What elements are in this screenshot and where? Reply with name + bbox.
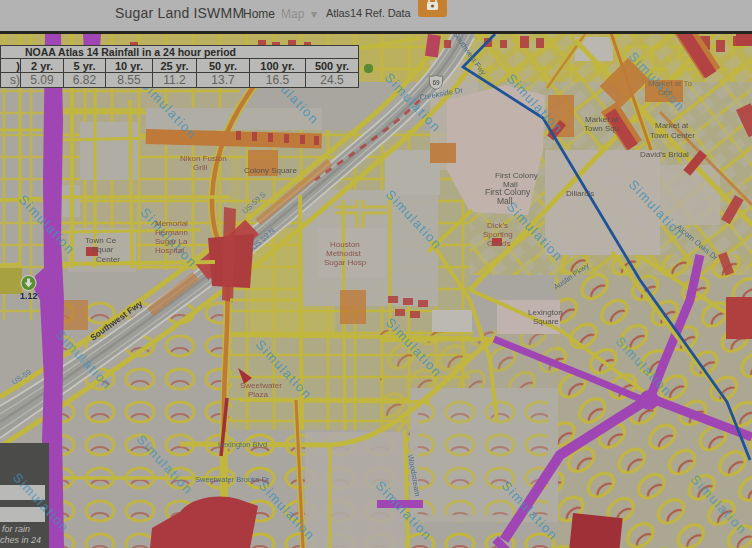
svg-text:Town Ce: Town Ce	[85, 236, 117, 245]
svg-text:1.12: 1.12	[20, 291, 38, 301]
svg-text:Sugar Hosp: Sugar Hosp	[324, 258, 367, 267]
svg-text:Hospital: Hospital	[155, 246, 184, 255]
svg-text:for rain: for rain	[2, 524, 30, 534]
svg-text:Sporting: Sporting	[483, 230, 513, 239]
svg-text:Colony Square: Colony Square	[244, 166, 297, 175]
svg-text:Lexington: Lexington	[528, 308, 563, 317]
svg-text:Cen: Cen	[658, 88, 673, 97]
svg-text:Hermann: Hermann	[155, 228, 188, 237]
svg-text:Town Center: Town Center	[650, 131, 695, 140]
svg-text:Center: Center	[96, 255, 120, 264]
svg-text:Dick's: Dick's	[487, 221, 508, 230]
svg-text:Dillard's: Dillard's	[566, 189, 594, 198]
svg-text:Memorial: Memorial	[155, 219, 188, 228]
svg-text:Methodist: Methodist	[326, 249, 361, 258]
svg-text:Market at: Market at	[655, 121, 689, 130]
svg-text:Houston: Houston	[330, 240, 360, 249]
svg-text:Plaza: Plaza	[248, 390, 269, 399]
svg-text:Sweetwater: Sweetwater	[240, 381, 282, 390]
svg-text:First Colony: First Colony	[495, 171, 538, 180]
svg-text:Grill: Grill	[193, 163, 207, 172]
svg-text:69: 69	[432, 79, 440, 86]
svg-text:Square: Square	[533, 317, 559, 326]
svg-text:Goods: Goods	[487, 239, 511, 248]
svg-text:Town Squ: Town Squ	[584, 124, 619, 133]
svg-text:Lexington Blvd: Lexington Blvd	[218, 440, 267, 449]
svg-text:David's Bridal: David's Bridal	[640, 150, 689, 159]
svg-text:ches in 24: ches in 24	[0, 535, 41, 545]
svg-text:Mall: Mall	[497, 196, 513, 206]
svg-text:Market at To: Market at To	[648, 79, 692, 88]
svg-text:Sweetwater Brooks Dr: Sweetwater Brooks Dr	[195, 475, 270, 484]
svg-text:Market at: Market at	[585, 115, 619, 124]
svg-text:Sugar La: Sugar La	[155, 237, 188, 246]
svg-text:Squar: Squar	[92, 245, 114, 254]
svg-text:Nikon Fusion: Nikon Fusion	[180, 154, 227, 163]
